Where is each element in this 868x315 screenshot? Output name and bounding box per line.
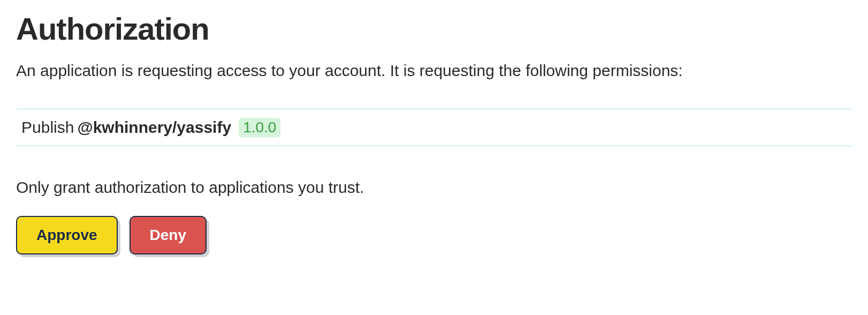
page-title: Authorization	[16, 11, 852, 47]
deny-button[interactable]: Deny	[130, 216, 207, 254]
trust-warning: Only grant authorization to applications…	[16, 178, 852, 197]
button-row: Approve Deny	[16, 216, 852, 254]
approve-button[interactable]: Approve	[16, 216, 118, 254]
authorization-description: An application is requesting access to y…	[16, 59, 852, 82]
permission-row: Publish @kwhinnery/yassify 1.0.0	[21, 118, 847, 137]
permission-package: @kwhinnery/yassify	[77, 118, 231, 137]
permission-action: Publish	[21, 118, 74, 137]
permission-list: Publish @kwhinnery/yassify 1.0.0	[16, 109, 852, 146]
version-badge: 1.0.0	[239, 118, 280, 137]
